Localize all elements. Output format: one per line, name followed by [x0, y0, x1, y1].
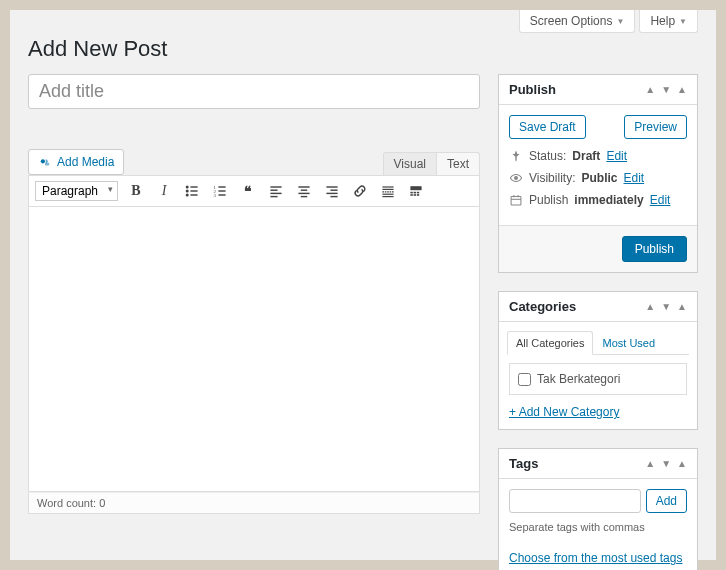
- align-left-button[interactable]: [266, 181, 286, 201]
- screen-options-label: Screen Options: [530, 14, 613, 28]
- align-center-button[interactable]: [294, 181, 314, 201]
- svg-point-38: [515, 177, 518, 180]
- move-down-icon[interactable]: ▼: [661, 458, 671, 469]
- add-media-button[interactable]: Add Media: [28, 149, 124, 175]
- bullet-list-button[interactable]: [182, 181, 202, 201]
- tags-hint: Separate tags with commas: [509, 521, 687, 533]
- status-value: Draft: [572, 149, 600, 163]
- categories-tab-all[interactable]: All Categories: [507, 331, 593, 355]
- svg-rect-32: [410, 192, 412, 194]
- svg-rect-1: [45, 163, 49, 166]
- categories-tab-most-used[interactable]: Most Used: [593, 331, 664, 355]
- svg-point-0: [41, 159, 45, 163]
- align-right-button[interactable]: [322, 181, 342, 201]
- publish-box-title: Publish: [509, 82, 556, 97]
- help-tab[interactable]: Help ▼: [639, 10, 698, 33]
- svg-rect-39: [511, 197, 521, 205]
- format-select[interactable]: Paragraph: [35, 181, 118, 201]
- move-up-icon[interactable]: ▲: [645, 301, 655, 312]
- bold-button[interactable]: B: [126, 181, 146, 201]
- help-label: Help: [650, 14, 675, 28]
- svg-rect-37: [417, 194, 419, 196]
- preview-button[interactable]: Preview: [624, 115, 687, 139]
- toggle-panel-icon[interactable]: ▲: [677, 458, 687, 469]
- pin-icon: [509, 149, 523, 163]
- publish-box: Publish ▲ ▼ ▲ Save Draft Preview Status:: [498, 74, 698, 273]
- toolbar-toggle-button[interactable]: [406, 181, 426, 201]
- choose-tags-link[interactable]: Choose from the most used tags: [509, 551, 682, 565]
- screen-options-tab[interactable]: Screen Options ▼: [519, 10, 636, 33]
- numbered-list-button[interactable]: 123: [210, 181, 230, 201]
- svg-rect-36: [414, 194, 416, 196]
- category-label: Tak Berkategori: [537, 372, 620, 386]
- edit-visibility-link[interactable]: Edit: [623, 171, 644, 185]
- add-category-link[interactable]: + Add New Category: [509, 405, 619, 419]
- caret-down-icon: ▼: [679, 17, 687, 26]
- editor-content-area[interactable]: [28, 207, 480, 492]
- schedule-value: immediately: [574, 193, 643, 207]
- editor-tab-visual[interactable]: Visual: [383, 152, 437, 175]
- media-icon: [38, 155, 52, 169]
- publish-button[interactable]: Publish: [622, 236, 687, 262]
- categories-box: Categories ▲ ▼ ▲ All Categories Most Use…: [498, 291, 698, 430]
- category-list: Tak Berkategori: [509, 363, 687, 395]
- status-label: Status:: [529, 149, 566, 163]
- link-button[interactable]: [350, 181, 370, 201]
- toggle-panel-icon[interactable]: ▲: [677, 84, 687, 95]
- edit-schedule-link[interactable]: Edit: [650, 193, 671, 207]
- svg-rect-33: [414, 192, 416, 194]
- visibility-label: Visibility:: [529, 171, 575, 185]
- save-draft-button[interactable]: Save Draft: [509, 115, 586, 139]
- read-more-button[interactable]: [378, 181, 398, 201]
- editor-toolbar: Paragraph B I 123 ❝: [28, 175, 480, 207]
- svg-point-6: [186, 194, 188, 196]
- svg-text:3: 3: [214, 193, 217, 198]
- add-tag-button[interactable]: Add: [646, 489, 687, 513]
- svg-rect-35: [410, 194, 412, 196]
- add-media-label: Add Media: [57, 155, 114, 169]
- word-count: Word count: 0: [28, 492, 480, 514]
- italic-button[interactable]: I: [154, 181, 174, 201]
- svg-rect-34: [417, 192, 419, 194]
- categories-box-title: Categories: [509, 299, 576, 314]
- calendar-icon: [509, 193, 523, 207]
- tags-input[interactable]: [509, 489, 641, 513]
- move-down-icon[interactable]: ▼: [661, 301, 671, 312]
- post-title-input[interactable]: [28, 74, 480, 109]
- move-up-icon[interactable]: ▲: [645, 458, 655, 469]
- caret-down-icon: ▼: [616, 17, 624, 26]
- move-up-icon[interactable]: ▲: [645, 84, 655, 95]
- visibility-icon: [509, 171, 523, 185]
- page-title: Add New Post: [28, 36, 698, 62]
- toggle-panel-icon[interactable]: ▲: [677, 301, 687, 312]
- tags-box: Tags ▲ ▼ ▲ Add Separate tags with commas…: [498, 448, 698, 570]
- editor-tab-text[interactable]: Text: [437, 152, 480, 175]
- category-item[interactable]: Tak Berkategori: [518, 372, 678, 386]
- tags-box-title: Tags: [509, 456, 538, 471]
- schedule-label: Publish: [529, 193, 568, 207]
- svg-rect-31: [410, 186, 421, 190]
- svg-point-2: [186, 186, 188, 188]
- category-checkbox[interactable]: [518, 373, 531, 386]
- blockquote-button[interactable]: ❝: [238, 181, 258, 201]
- visibility-value: Public: [581, 171, 617, 185]
- svg-point-4: [186, 190, 188, 192]
- move-down-icon[interactable]: ▼: [661, 84, 671, 95]
- edit-status-link[interactable]: Edit: [606, 149, 627, 163]
